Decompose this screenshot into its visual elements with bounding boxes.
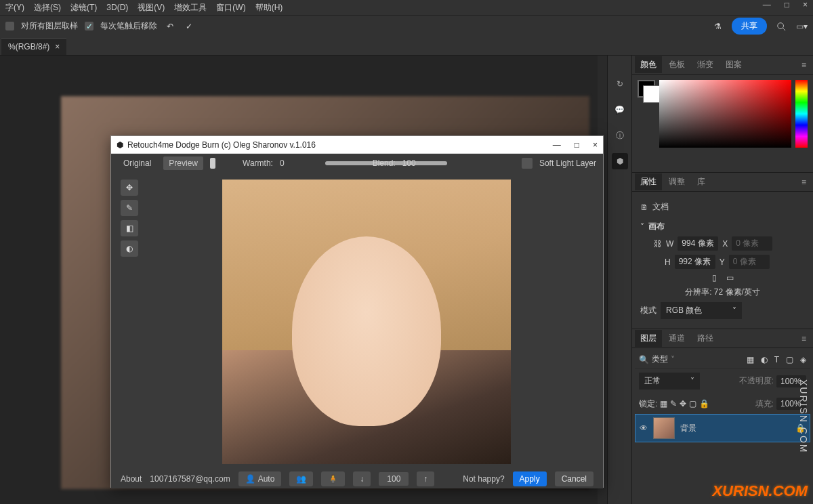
up-button[interactable]: ↑: [417, 471, 434, 486]
layer-name[interactable]: 背景: [680, 423, 696, 434]
info-icon[interactable]: ⓘ: [612, 127, 628, 144]
minimize-icon[interactable]: —: [553, 140, 561, 150]
close-icon[interactable]: ×: [803, 0, 808, 9]
about-button[interactable]: About: [121, 474, 142, 484]
tab-paths[interactable]: 路径: [692, 330, 719, 347]
search-icon[interactable]: [775, 20, 787, 33]
tab-swatches[interactable]: 色板: [663, 56, 690, 73]
lock-brush-icon[interactable]: ✎: [670, 399, 677, 408]
tab-layers[interactable]: 图层: [635, 330, 662, 347]
brush-tool-icon[interactable]: ✎: [121, 200, 138, 216]
down-button[interactable]: ↓: [353, 471, 371, 486]
maximize-icon[interactable]: □: [575, 140, 579, 150]
history-icon[interactable]: ↻: [612, 76, 628, 92]
flask-icon[interactable]: ⚗: [711, 20, 724, 33]
panel-menu-icon[interactable]: ≡: [801, 334, 810, 343]
tab-properties[interactable]: 属性: [635, 173, 662, 190]
portrait-icon[interactable]: ▯: [712, 273, 717, 282]
watermark: XURISN.COM: [712, 482, 808, 500]
menu-item[interactable]: 字(Y): [5, 2, 24, 14]
filter-adjust-icon[interactable]: ◐: [761, 355, 768, 364]
comment-icon[interactable]: 💬: [612, 102, 628, 118]
tab-channels[interactable]: 通道: [663, 330, 690, 347]
warmth-slider[interactable]: [210, 158, 215, 169]
close-icon[interactable]: ×: [593, 140, 598, 150]
move-tool-icon[interactable]: ✥: [121, 180, 138, 196]
minimize-icon[interactable]: —: [763, 0, 771, 9]
lock-artboard-icon[interactable]: ▢: [689, 399, 696, 408]
blend-value: 100: [402, 159, 416, 168]
menu-item[interactable]: 3D(D): [106, 3, 128, 12]
auto-button[interactable]: 👤Auto: [238, 471, 282, 486]
option-label: 对所有图层取样: [21, 20, 78, 32]
body-button[interactable]: 🧍: [321, 471, 345, 486]
cancel-button[interactable]: Cancel: [555, 471, 593, 486]
face-button[interactable]: 👥: [289, 471, 313, 486]
checkbox[interactable]: [5, 22, 14, 30]
panel-menu-icon[interactable]: ≡: [801, 60, 810, 70]
checkbox[interactable]: ✓: [85, 22, 93, 30]
value-input[interactable]: 100: [379, 472, 409, 486]
not-happy-button[interactable]: Not happy?: [463, 474, 504, 484]
menu-item[interactable]: 增效工具: [174, 2, 207, 14]
tab-libraries[interactable]: 库: [692, 173, 711, 190]
tab-gradients[interactable]: 渐变: [692, 56, 719, 73]
undo-icon[interactable]: ↶: [164, 20, 176, 33]
layer-filter[interactable]: 🔍 类型 ˅: [639, 354, 740, 365]
canvas-section-label: 画布: [648, 221, 665, 232]
color-mode-dropdown[interactable]: RGB 颜色˅: [661, 302, 742, 319]
width-input[interactable]: 994 像素: [678, 236, 718, 251]
landscape-icon[interactable]: ▭: [726, 273, 734, 282]
height-input[interactable]: 992 像素: [675, 255, 715, 269]
document-tab[interactable]: %(RGB/8#) ×: [1, 38, 66, 55]
soft-light-checkbox[interactable]: [522, 158, 533, 169]
close-tab-icon[interactable]: ×: [55, 42, 60, 51]
commit-icon[interactable]: ✓: [183, 20, 195, 33]
visibility-icon[interactable]: 👁: [640, 423, 648, 433]
plugin-preview[interactable]: [140, 180, 593, 463]
workspace-icon[interactable]: ▭▾: [795, 20, 808, 33]
foreground-background-swatch[interactable]: [638, 80, 655, 98]
preview-button[interactable]: Preview: [163, 156, 203, 170]
tab-patterns[interactable]: 图案: [720, 56, 747, 73]
layers-panel: 🔍 类型 ˅ ▦ ◐ T ▢ ◈ 正常˅ 不透明度: 100% 锁定: ▦ ✎ …: [632, 348, 813, 445]
lock-all-icon[interactable]: 🔒: [699, 399, 709, 408]
filter-image-icon[interactable]: ▦: [747, 355, 754, 364]
menu-item[interactable]: 选择(S): [34, 2, 61, 14]
plugin-icon[interactable]: ⬢: [612, 153, 628, 169]
filter-shape-icon[interactable]: ▢: [786, 355, 793, 364]
tab-color[interactable]: 颜色: [635, 56, 662, 73]
options-bar: 对所有图层取样 ✓ 每次笔触后移除 ↶ ✓ ⚗ 共享 ▭▾: [0, 15, 813, 37]
link-icon[interactable]: ⛓: [654, 239, 662, 249]
lock-move-icon[interactable]: ✥: [680, 399, 686, 408]
menu-item[interactable]: 滤镜(T): [70, 2, 97, 14]
maximize-icon[interactable]: □: [785, 0, 789, 9]
filter-smart-icon[interactable]: ◈: [800, 355, 806, 364]
hue-slider[interactable]: [795, 80, 808, 148]
filter-text-icon[interactable]: T: [774, 355, 779, 364]
layer-item[interactable]: 👁 背景 🔒: [635, 414, 810, 442]
menu-item[interactable]: 帮助(H): [255, 2, 283, 14]
lock-pixels-icon[interactable]: ▦: [660, 399, 667, 408]
panel-menu-icon[interactable]: ≡: [801, 177, 810, 187]
menu-item[interactable]: 窗口(W): [216, 2, 245, 14]
watermark-vertical: XURISN.COM: [798, 379, 809, 453]
color-panel-tabs: 颜色 色板 渐变 图案 ≡: [632, 56, 813, 75]
layer-thumbnail[interactable]: [653, 417, 675, 439]
menu-item[interactable]: 视图(V): [138, 2, 165, 14]
plugin-body: ✥ ✎ ◧ ◐: [111, 173, 603, 469]
eraser-tool-icon[interactable]: ◧: [121, 220, 138, 236]
original-button[interactable]: Original: [118, 156, 157, 170]
saturation-box[interactable]: [659, 80, 791, 148]
apply-button[interactable]: Apply: [513, 471, 547, 486]
svg-line-1: [783, 28, 786, 30]
blend-mode-dropdown[interactable]: 正常˅: [639, 373, 700, 390]
color-picker[interactable]: [632, 75, 813, 163]
dialog-titlebar[interactable]: ⬢ Retouch4me Dodge Burn (c) Oleg Sharono…: [111, 136, 603, 154]
value-slider[interactable]: [632, 163, 813, 172]
w-label: W: [666, 239, 673, 249]
chevron-down-icon[interactable]: ˅: [640, 222, 644, 232]
compare-tool-icon[interactable]: ◐: [121, 240, 138, 257]
share-button[interactable]: 共享: [732, 18, 767, 35]
tab-adjustments[interactable]: 调整: [663, 173, 690, 190]
